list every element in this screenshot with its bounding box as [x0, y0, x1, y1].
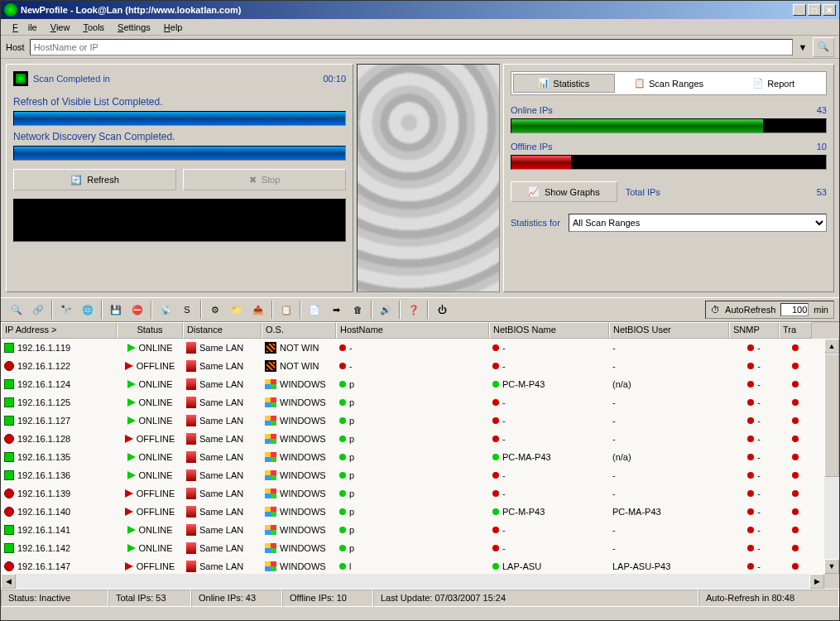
tool-delete-icon[interactable]: ⛔ — [127, 300, 148, 320]
tool-sound-icon[interactable]: 🔊 — [375, 300, 396, 320]
tab-report[interactable]: 📄Report — [722, 74, 824, 93]
table-row[interactable]: 192.16.1.119ONLINESame LANNOT WIN---- — [1, 339, 824, 357]
netbios-dot-icon — [492, 417, 499, 424]
tool-copy-icon[interactable]: 📋 — [276, 300, 297, 320]
tool-globe-icon[interactable]: 🌐 — [77, 300, 98, 320]
cell-hostname: - — [349, 361, 353, 371]
horizontal-scrollbar[interactable]: ◀ ▶ — [1, 574, 824, 589]
stop-label: Stop — [262, 175, 281, 185]
col-snmp[interactable]: SNMP — [729, 322, 779, 339]
trap-dot-icon — [792, 436, 799, 442]
hostname-dot-icon — [339, 508, 346, 515]
close-button[interactable]: ✕ — [823, 4, 836, 16]
table-row[interactable]: 192.16.1.125ONLINESame LANWINDOWSp--- — [1, 393, 824, 412]
col-hostname[interactable]: HostName — [336, 322, 489, 339]
menu-help[interactable]: Help — [159, 21, 188, 34]
tool-page-icon[interactable]: 📄 — [304, 300, 325, 320]
distance-icon — [186, 506, 196, 518]
trap-dot-icon — [792, 508, 799, 515]
snmp-dot-icon — [747, 344, 754, 351]
table-row[interactable]: 192.16.1.140OFFLINESame LANWINDOWSpPC-M-… — [1, 503, 824, 521]
distance-icon — [186, 488, 196, 499]
table-row[interactable]: 192.16.1.139OFFLINESame LANWINDOWSp--- — [1, 484, 824, 503]
cell-os: WINDOWS — [280, 416, 326, 426]
vertical-scrollbar[interactable]: ▲ ▼ — [824, 339, 839, 574]
tool-trap-icon[interactable]: ⚙ — [204, 300, 226, 320]
col-status[interactable]: Status — [117, 322, 183, 339]
table-row[interactable]: 192.16.1.127ONLINESame LANWINDOWSp--- — [1, 412, 824, 430]
cell-netbios-user: - — [612, 470, 616, 480]
tool-s-icon[interactable]: S — [176, 300, 198, 320]
tool-power-icon[interactable]: ⏻ — [431, 300, 453, 320]
host-input[interactable] — [30, 39, 793, 55]
total-value: 53 — [817, 187, 827, 197]
scroll-left-icon[interactable]: ◀ — [1, 574, 16, 589]
scan-header: Scan Completed in — [33, 74, 110, 84]
table-row[interactable]: 192.16.1.136ONLINESame LANWINDOWSp--- — [1, 466, 824, 484]
tool-save-icon[interactable]: 💾 — [105, 300, 127, 320]
cell-os: WINDOWS — [280, 452, 326, 462]
col-trap[interactable]: Tra — [779, 322, 812, 339]
cell-os: WINDOWS — [280, 434, 326, 444]
minimize-button[interactable]: _ — [793, 4, 806, 16]
scroll-down-icon[interactable]: ▼ — [824, 559, 839, 574]
tool-scan-icon[interactable]: 📡 — [155, 300, 176, 320]
scroll-up-icon[interactable]: ▲ — [824, 339, 839, 354]
cell-ip: 192.16.1.119 — [17, 343, 70, 353]
autorefresh-input[interactable] — [780, 303, 809, 316]
stop-button[interactable]: ✖Stop — [183, 169, 346, 190]
tool-export-icon[interactable]: 📤 — [247, 300, 269, 320]
tool-send-icon[interactable]: ➡ — [325, 300, 347, 320]
table-row[interactable]: 192.16.1.122OFFLINESame LANNOT WIN---- — [1, 357, 824, 375]
cell-netbios-name: - — [502, 434, 506, 444]
refresh-button[interactable]: 🔄Refresh — [13, 169, 176, 190]
show-graphs-button[interactable]: 📈Show Graphs — [511, 181, 617, 202]
menu-view[interactable]: View — [46, 21, 75, 34]
tab-scan-ranges[interactable]: 📋Scan Ranges — [618, 74, 720, 93]
netbios-dot-icon — [492, 436, 499, 442]
tool-binoculars-icon[interactable]: 🔭 — [55, 300, 77, 320]
tool-trash-icon[interactable]: 🗑 — [347, 300, 368, 320]
cell-hostname: p — [349, 489, 354, 498]
cell-ip: 192.16.1.141 — [17, 525, 70, 535]
table-row[interactable]: 192.16.1.135ONLINESame LANWINDOWSpPC-MA-… — [1, 448, 824, 466]
col-distance[interactable]: Distance — [183, 322, 262, 339]
stats-for-select[interactable]: All Scan Ranges — [569, 214, 827, 232]
host-dropdown-icon[interactable]: ▼ — [798, 42, 808, 52]
tool-help-icon[interactable]: ❓ — [403, 300, 425, 320]
tool-network-icon[interactable]: 🔗 — [27, 300, 49, 320]
scroll-right-icon[interactable]: ▶ — [809, 574, 824, 589]
table-row[interactable]: 192.16.1.128OFFLINESame LANWINDOWSp--- — [1, 430, 824, 448]
snmp-dot-icon — [747, 490, 754, 497]
maximize-button[interactable]: □ — [808, 4, 821, 16]
netbios-dot-icon — [492, 527, 499, 533]
table-row[interactable]: 192.16.1.142ONLINESame LANWINDOWSp--- — [1, 539, 824, 557]
col-netbios-user[interactable]: NetBIOS User — [609, 322, 729, 339]
table-row[interactable]: 192.16.1.147OFFLINESame LANWINDOWSlLAP-A… — [1, 557, 824, 574]
col-ip[interactable]: IP Address > — [1, 322, 117, 339]
cell-netbios-name: LAP-ASU — [502, 561, 541, 571]
table-row[interactable]: 192.16.1.124ONLINESame LANWINDOWSpPC-M-P… — [1, 375, 824, 393]
cell-hostname: l — [349, 561, 351, 571]
tool-zoom-icon[interactable]: 🔍 — [6, 300, 27, 320]
tab-statistics[interactable]: 📊Statistics — [513, 74, 615, 93]
snmp-dot-icon — [747, 363, 754, 369]
os-icon — [265, 507, 276, 517]
trap-dot-icon — [792, 344, 799, 351]
tool-folder-icon[interactable]: 📁 — [226, 300, 247, 320]
menu-file[interactable]: File — [7, 21, 42, 34]
col-os[interactable]: O.S. — [262, 322, 336, 339]
distance-icon — [186, 561, 196, 572]
report-icon: 📄 — [752, 78, 764, 89]
netbios-dot-icon — [492, 490, 499, 497]
menu-tools[interactable]: Tools — [78, 21, 109, 34]
status-square-icon — [4, 561, 14, 571]
cell-netbios-name: PC-MA-P43 — [502, 452, 551, 462]
window-title: NewProfile - Look@Lan (http://www.lookat… — [21, 5, 793, 15]
table-row[interactable]: 192.16.1.141ONLINESame LANWINDOWSp--- — [1, 521, 824, 539]
search-button[interactable]: 🔍 — [813, 37, 834, 57]
cell-distance: Same LAN — [199, 361, 243, 371]
cell-ip: 192.16.1.128 — [17, 434, 70, 444]
menu-settings[interactable]: Settings — [113, 21, 156, 34]
col-netbios-name[interactable]: NetBIOS Name — [489, 322, 609, 339]
